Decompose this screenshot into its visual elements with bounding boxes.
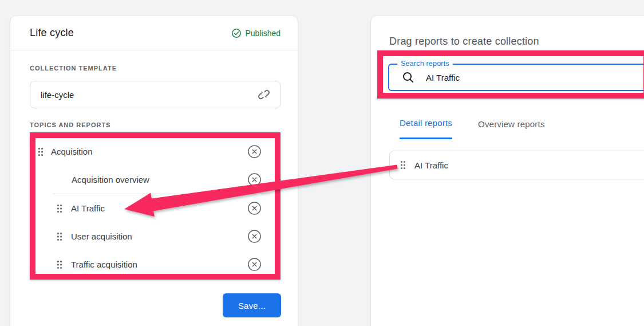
topic-row-acquisition[interactable]: Acquisition (30, 138, 280, 166)
remove-item-button[interactable] (247, 257, 262, 272)
search-icon (402, 71, 414, 84)
page-title: Life cycle (30, 27, 74, 39)
status-label: Published (246, 29, 281, 38)
report-picker-card: Drag reports to create collection Search… (371, 16, 644, 326)
remove-item-button[interactable] (247, 229, 262, 244)
check-circle-icon (231, 28, 242, 38)
tab-detail-reports[interactable]: Detail reports (400, 118, 452, 139)
draggable-report-ai-traffic[interactable]: AI Traffic (389, 151, 644, 179)
collection-header: Life cycle Published (10, 16, 298, 50)
drag-handle-icon[interactable] (400, 160, 406, 170)
topics-and-reports-label: TOPICS AND REPORTS (30, 121, 280, 128)
report-tabs: Detail reports Overview reports (400, 118, 644, 139)
drag-handle-icon[interactable] (57, 260, 62, 269)
search-field[interactable]: Search reports (388, 64, 644, 91)
drag-reports-heading: Drag reports to create collection (389, 36, 644, 48)
link-off-icon[interactable] (257, 88, 271, 101)
drag-handle-icon[interactable] (57, 232, 62, 241)
page: { "left_panel": { "title": "Life cycle",… (0, 0, 644, 326)
drag-handle-icon[interactable] (57, 204, 62, 213)
report-label: Traffic acquisition (71, 260, 137, 269)
remove-item-button[interactable] (247, 144, 262, 159)
collection-template-label: COLLECTION TEMPLATE (30, 65, 280, 72)
report-row-ai-traffic[interactable]: AI Traffic (30, 194, 280, 222)
status-badge: Published (231, 28, 281, 38)
report-label: AI Traffic (414, 160, 448, 170)
topics-list: Acquisition Acquisition overview (30, 138, 280, 278)
remove-item-button[interactable] (247, 201, 262, 216)
report-row-user-acquisition[interactable]: User acquisition (30, 222, 280, 250)
drag-handle-icon[interactable] (38, 147, 44, 156)
remove-item-button[interactable] (247, 172, 262, 187)
search-input[interactable] (426, 73, 644, 83)
topic-label: Acquisition (51, 147, 93, 156)
save-button[interactable]: Save... (223, 293, 281, 317)
search-field-label: Search reports (397, 60, 453, 68)
template-name-value: life-cycle (41, 90, 257, 100)
template-name-field[interactable]: life-cycle (30, 81, 280, 108)
report-label: AI Traffic (71, 203, 105, 213)
report-label: User acquisition (71, 231, 132, 241)
collection-editor-card: Life cycle Published COLLECTION TEMPLATE… (10, 16, 298, 326)
report-row-traffic-acquisition[interactable]: Traffic acquisition (30, 250, 280, 278)
tab-overview-reports[interactable]: Overview reports (478, 118, 545, 139)
report-label: Acquisition overview (72, 175, 149, 184)
report-row-acquisition-overview[interactable]: Acquisition overview (30, 166, 280, 194)
